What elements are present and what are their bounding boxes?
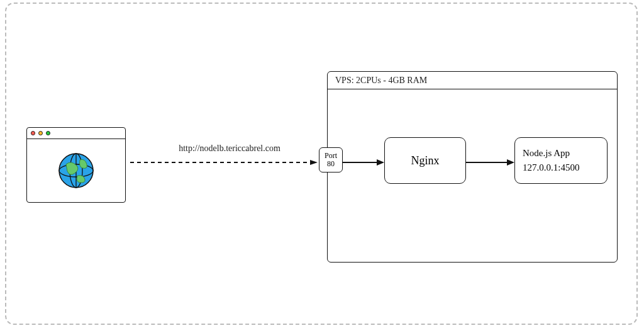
- svg-marker-5: [310, 160, 318, 165]
- window-maximize-icon: [46, 131, 50, 135]
- browser-window: [26, 127, 126, 203]
- port-value: 80: [327, 160, 335, 168]
- vps-titlebar: VPS: 2CPUs - 4GB RAM: [328, 72, 617, 89]
- node-app-address: 127.0.0.1:4500: [523, 162, 579, 173]
- svg-marker-7: [377, 159, 384, 166]
- request-arrow: [129, 159, 318, 166]
- nginx-box: Nginx: [384, 137, 466, 184]
- globe-icon: [56, 150, 96, 191]
- window-close-icon: [31, 131, 35, 135]
- svg-marker-9: [507, 159, 514, 166]
- arrow-port-to-nginx: [343, 159, 384, 166]
- window-minimize-icon: [38, 131, 43, 135]
- vps-title-label: VPS: 2CPUs - 4GB RAM: [335, 76, 427, 86]
- arrow-nginx-to-node: [466, 159, 514, 166]
- browser-body: [27, 139, 125, 202]
- browser-titlebar: [27, 128, 125, 139]
- request-url-label: http://nodelb.tericcabrel.com: [148, 144, 311, 154]
- node-app-title: Node.js App: [523, 148, 570, 159]
- port-box: Port 80: [319, 147, 343, 172]
- node-app-box: Node.js App 127.0.0.1:4500: [514, 137, 608, 184]
- nginx-label: Nginx: [411, 154, 440, 167]
